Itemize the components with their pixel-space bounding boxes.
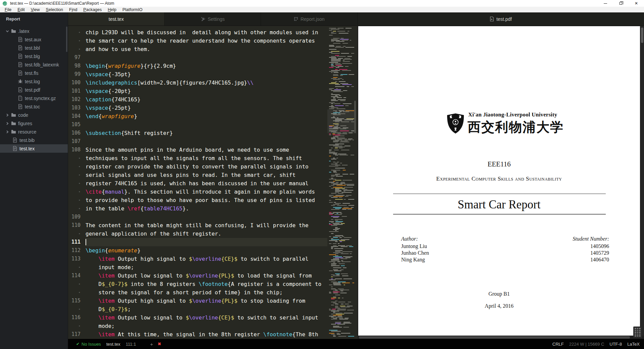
- menu-packages[interactable]: Packages: [80, 7, 105, 12]
- menu-selection[interactable]: Selection: [43, 7, 66, 12]
- code-line[interactable]: • D$_{0-7}$;: [68, 305, 327, 313]
- minimap-viewport[interactable]: [327, 109, 356, 133]
- code-line[interactable]: •\cite{manual}. This section will introd…: [68, 188, 327, 196]
- linter-status[interactable]: No Issues: [82, 342, 101, 347]
- code-line[interactable]: •to provide help to those who have poor …: [68, 196, 327, 204]
- code-line[interactable]: 112\begin{enumerate}: [68, 246, 327, 255]
- tree-scrollbar[interactable]: [66, 27, 67, 52]
- code-text: to provide help to those who have poor b…: [86, 196, 327, 204]
- menu-view[interactable]: View: [28, 7, 43, 12]
- tree-item-test-synctex-gz[interactable]: test.synctex.gz: [0, 94, 68, 102]
- tree-item-test-pdf[interactable]: test.pdf: [0, 86, 68, 94]
- code-line[interactable]: 100\includegraphics[width=2.9cm]{figures…: [68, 79, 327, 87]
- code-line[interactable]: 102\caption{74HC165}: [68, 95, 327, 104]
- code-line[interactable]: •techniques to input all the signals fro…: [68, 154, 327, 162]
- code-line[interactable]: 107: [68, 137, 327, 146]
- tree-item-test-toc[interactable]: test.toc: [0, 102, 68, 111]
- tree-item-test-bib[interactable]: test.bib: [0, 136, 68, 144]
- code-line[interactable]: 105: [68, 120, 327, 129]
- code-text: D$_{0-7}$ into the 8 registers \footnote…: [86, 280, 327, 288]
- code-line[interactable]: 115 \item Output high signal to $\overli…: [68, 297, 327, 305]
- menu-file[interactable]: File: [2, 7, 14, 12]
- statusbar-filename[interactable]: test.tex: [106, 342, 120, 347]
- tree-item-resource[interactable]: resource: [0, 128, 68, 136]
- close-button[interactable]: ✕: [629, 0, 644, 7]
- code-line[interactable]: • input mode;: [68, 263, 327, 271]
- grammar-indicator[interactable]: LaTeX: [627, 342, 640, 347]
- code-line[interactable]: 116 \item Output low signal to $\overlin…: [68, 313, 327, 322]
- cursor-position[interactable]: 111:1: [126, 342, 136, 347]
- code-line[interactable]: 97: [68, 53, 327, 62]
- chevron-right-icon[interactable]: [6, 113, 9, 117]
- code-line[interactable]: 106\subsection{Shift register}: [68, 129, 327, 137]
- pdf-vertical-scrollbar-thumb[interactable]: [641, 28, 643, 43]
- pdf-horizontal-scrollbar[interactable]: [358, 336, 644, 339]
- code-line[interactable]: • D$_{0-7}$ into the 8 registers \footno…: [68, 280, 327, 288]
- menu-help[interactable]: Help: [105, 7, 119, 12]
- code-line[interactable]: 108Since the amount pins in the Arduino …: [68, 146, 327, 154]
- tree-item-test-blg[interactable]: test.blg: [0, 52, 68, 60]
- code-line[interactable]: 103\vspace{-25pt}: [68, 104, 327, 112]
- minimap[interactable]: [327, 26, 356, 339]
- tree-item-label: resource: [18, 129, 36, 135]
- file-text-icon: [18, 70, 23, 76]
- tree-item-test-fls[interactable]: test.fls: [0, 69, 68, 77]
- code-line[interactable]: •and how to use them.: [68, 45, 327, 53]
- code-line[interactable]: •serial signals and use less pins to rea…: [68, 171, 327, 179]
- code-line[interactable]: •the smart car to help the reader unders…: [68, 37, 327, 45]
- menu-platformio[interactable]: PlatformIO: [119, 7, 146, 12]
- code-line[interactable]: •register can provide the ability to con…: [68, 162, 327, 171]
- pdf-horizontal-scrollbar-thumb[interactable]: [359, 336, 630, 339]
- tab-settings[interactable]: Settings: [165, 12, 261, 26]
- code-line[interactable]: •chip L293D will be discussed in detail …: [68, 28, 327, 37]
- close-icon: ✕: [635, 1, 638, 5]
- code-line[interactable]: • mode;: [68, 322, 327, 330]
- chevron-right-icon[interactable]: [6, 130, 9, 134]
- code-line[interactable]: 117 \item At this time, the signal in th…: [68, 330, 327, 339]
- code-line[interactable]: •register 74HC165 is used, which has bee…: [68, 179, 327, 188]
- tree-item-test-fdb-latexmk[interactable]: test.fdb_latexmk: [0, 60, 68, 69]
- code-text: \includegraphics[width=2.9cm]{figures/74…: [86, 79, 327, 87]
- tab-test-pdf[interactable]: test.pdf: [358, 12, 644, 26]
- restore-button[interactable]: [613, 0, 629, 7]
- chevron-right-icon[interactable]: [6, 122, 9, 125]
- tree-item--latex[interactable]: .latex: [0, 27, 68, 35]
- plus-icon[interactable]: +: [150, 341, 153, 347]
- code-line[interactable]: •in the table \ref{table74HC165}.: [68, 204, 327, 213]
- code-line[interactable]: • store the signal for a short period of…: [68, 288, 327, 297]
- code-text: \begin{enumerate}: [86, 246, 327, 255]
- tree-item-figures[interactable]: figures: [0, 119, 68, 128]
- line-ending-indicator[interactable]: CRLF: [552, 342, 564, 347]
- tab-label: Settings: [208, 16, 225, 22]
- wrap-indicator-icon: •: [68, 288, 86, 297]
- tree-item-test-bbl[interactable]: test.bbl: [0, 44, 68, 52]
- pdf-vertical-scrollbar[interactable]: [640, 26, 644, 339]
- code-line[interactable]: 114 \item Output low signal to $\overlin…: [68, 271, 327, 280]
- chevron-down-icon[interactable]: [6, 30, 9, 33]
- code-line[interactable]: 113 \item Output high signal to $\overli…: [68, 255, 327, 263]
- code-line[interactable]: •general application of the shift regist…: [68, 230, 327, 238]
- tree-item-code[interactable]: code: [0, 111, 68, 119]
- tab-report-json[interactable]: Report.json: [261, 12, 358, 26]
- pdf-pages-grid-icon[interactable]: [633, 327, 642, 338]
- tab-test-tex[interactable]: test.tex: [68, 12, 165, 26]
- menu-edit[interactable]: Edit: [14, 7, 28, 12]
- text-editor[interactable]: •chip L293D will be discussed in detail …: [68, 26, 358, 339]
- group-line: Group B1: [358, 291, 640, 297]
- tree-item-test-log[interactable]: test.log: [0, 77, 68, 86]
- error-close-icon[interactable]: ✖: [158, 342, 161, 346]
- code-line[interactable]: 99\vspace{-35pt}: [68, 70, 327, 79]
- encoding-indicator[interactable]: UTF-8: [609, 342, 622, 347]
- minimize-button[interactable]: [598, 0, 613, 7]
- code-line[interactable]: 98\begin{wrapfigure}{r}{2.9cm}: [68, 62, 327, 70]
- tree-item-test-tex[interactable]: test.tex: [0, 144, 68, 153]
- code-line[interactable]: 104\end{wrapfigure}: [68, 112, 327, 120]
- code-line[interactable]: 110The content in the table might still …: [68, 221, 327, 230]
- code-line[interactable]: 101\vspace{-20pt}: [68, 87, 327, 95]
- code-text: [86, 137, 327, 146]
- menu-find[interactable]: Find: [66, 7, 80, 12]
- code-line[interactable]: 109: [68, 213, 327, 221]
- editor-scrollbar[interactable]: [354, 101, 356, 133]
- code-line-cursor[interactable]: 111: [68, 238, 327, 246]
- tree-item-test-aux[interactable]: test.aux: [0, 35, 68, 44]
